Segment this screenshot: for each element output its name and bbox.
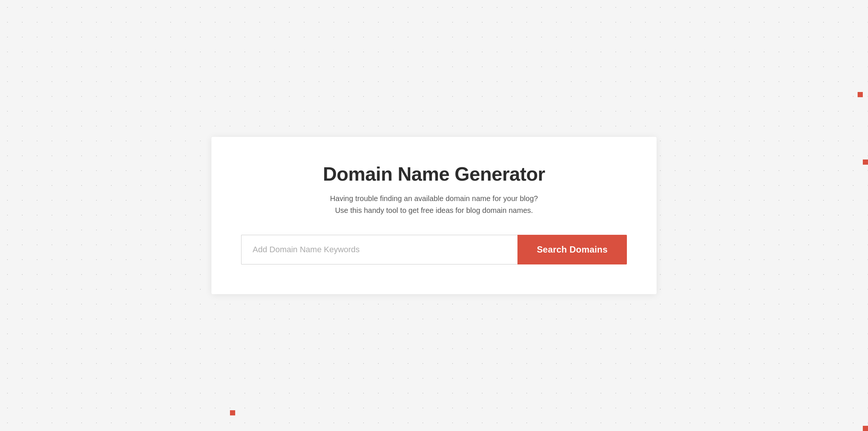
search-row: Search Domains xyxy=(241,235,627,264)
search-domains-button[interactable]: Search Domains xyxy=(517,235,627,264)
accent-dot-3 xyxy=(230,410,235,415)
search-input[interactable] xyxy=(241,235,517,264)
card-subtitle: Having trouble finding an available doma… xyxy=(241,193,627,216)
subtitle-line1: Having trouble finding an available doma… xyxy=(330,194,538,203)
accent-dot-1 xyxy=(858,92,863,97)
accent-dot-2 xyxy=(863,159,868,165)
main-card: Domain Name Generator Having trouble fin… xyxy=(211,137,657,294)
subtitle-line2: Use this handy tool to get free ideas fo… xyxy=(335,206,533,214)
accent-dot-4 xyxy=(863,426,868,431)
page-title: Domain Name Generator xyxy=(241,163,627,185)
